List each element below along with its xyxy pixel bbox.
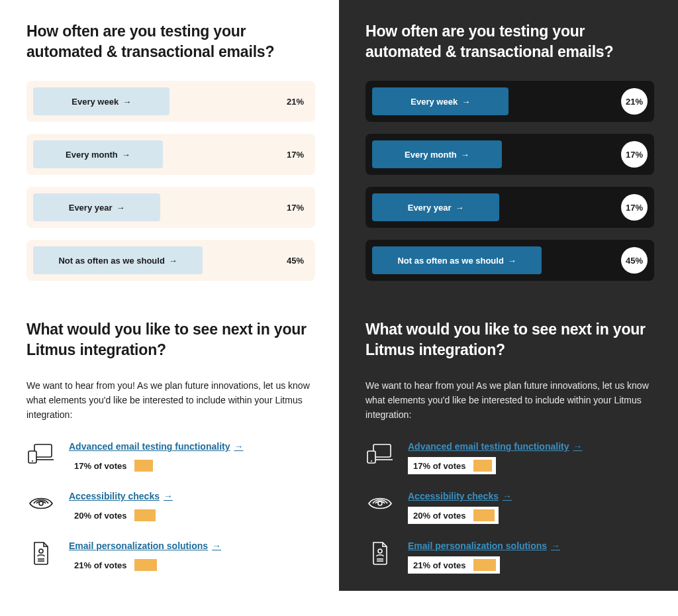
svg-rect-0 bbox=[34, 444, 52, 457]
poll1-bar-fill: Not as often as we should → bbox=[33, 246, 203, 274]
poll1-option-label: Not as often as we should bbox=[397, 256, 503, 266]
poll2-item-swatch bbox=[473, 460, 491, 472]
poll2-item: Advanced email testing functionality → 1… bbox=[26, 440, 315, 474]
poll1-option-label: Every year bbox=[408, 203, 452, 213]
poll1-pct-badge: 17% bbox=[621, 194, 648, 221]
poll1-bar-fill: Not as often as we should → bbox=[372, 246, 542, 274]
poll1-option[interactable]: Not as often as we should → 45% bbox=[26, 240, 315, 281]
poll2-item-label: Accessibility checks bbox=[69, 491, 160, 501]
arrow-right-icon: → bbox=[573, 441, 583, 452]
eye-icon bbox=[26, 490, 56, 517]
arrow-right-icon: → bbox=[461, 150, 469, 160]
devices-icon bbox=[26, 440, 56, 467]
poll1-option[interactable]: Not as often as we should → 45% bbox=[365, 240, 654, 281]
poll1-bar-fill: Every week → bbox=[33, 87, 170, 115]
poll2-item-stats: 21% of votes bbox=[69, 556, 161, 574]
poll2-item-label: Accessibility checks bbox=[408, 491, 499, 501]
poll2-item-stats-text: 21% of votes bbox=[74, 560, 126, 570]
poll2-intro: We want to hear from you! As we plan fut… bbox=[26, 379, 315, 422]
poll2-item-label: Email personalization solutions bbox=[408, 540, 547, 551]
poll1-option[interactable]: Every month → 17% bbox=[26, 134, 315, 175]
arrow-right-icon: → bbox=[117, 203, 125, 213]
poll2-title: What would you like to see next in your … bbox=[26, 319, 315, 360]
poll1-option[interactable]: Every year → 17% bbox=[365, 187, 654, 228]
arrow-right-icon: → bbox=[169, 256, 177, 266]
poll1-bar-fill: Every year → bbox=[372, 193, 499, 221]
poll2-item-link[interactable]: Advanced email testing functionality → bbox=[408, 441, 583, 452]
poll1-bar-track: Every month → bbox=[372, 140, 608, 168]
document-person-icon bbox=[26, 540, 56, 566]
svg-rect-8 bbox=[373, 444, 391, 457]
poll1-pct-badge: 17% bbox=[282, 141, 309, 168]
arrow-right-icon: → bbox=[122, 97, 131, 107]
poll1-bar-track: Every week → bbox=[372, 87, 608, 115]
arrow-right-icon: → bbox=[122, 150, 130, 160]
poll1-pct-badge: 17% bbox=[282, 194, 309, 221]
poll2-item-link[interactable]: Email personalization solutions → bbox=[408, 540, 560, 551]
poll2-title: What would you like to see next in your … bbox=[365, 319, 654, 360]
arrow-right-icon: → bbox=[508, 256, 516, 266]
poll1-bar-track: Not as often as we should → bbox=[372, 246, 608, 274]
poll2-item-swatch bbox=[473, 559, 496, 571]
poll2-item-swatch bbox=[134, 559, 157, 571]
poll2-item: Advanced email testing functionality → 1… bbox=[365, 440, 654, 474]
poll2-item: Email personalization solutions → 21% of… bbox=[26, 540, 315, 574]
poll1-option[interactable]: Every week → 21% bbox=[365, 81, 654, 122]
poll2-item-link[interactable]: Accessibility checks → bbox=[408, 491, 512, 501]
arrow-right-icon: → bbox=[503, 491, 512, 501]
poll2-item-stats-text: 17% of votes bbox=[74, 461, 126, 471]
poll2-item: Accessibility checks → 20% of votes bbox=[365, 490, 654, 524]
poll2-item-link[interactable]: Advanced email testing functionality → bbox=[69, 441, 244, 452]
poll1-rows: Every week → 21% Every month → 17% bbox=[26, 81, 315, 281]
poll2-item: Email personalization solutions → 21% of… bbox=[365, 540, 654, 574]
poll1-option-label: Every month bbox=[405, 150, 457, 160]
svg-point-4 bbox=[39, 501, 43, 505]
svg-point-3 bbox=[32, 460, 33, 462]
poll2-item-stats: 17% of votes bbox=[69, 457, 157, 474]
poll1-bar-fill: Every year → bbox=[33, 193, 160, 221]
poll1-dark-panel: How often are you testing your automated… bbox=[339, 0, 678, 298]
poll1-option[interactable]: Every year → 17% bbox=[26, 187, 315, 228]
poll2-intro: We want to hear from you! As we plan fut… bbox=[365, 379, 654, 422]
poll1-title: How often are you testing your automated… bbox=[365, 21, 654, 62]
poll2-item-stats-text: 20% of votes bbox=[413, 511, 465, 521]
arrow-right-icon: → bbox=[551, 540, 560, 551]
document-person-icon bbox=[365, 540, 395, 566]
poll1-bar-track: Every month → bbox=[33, 140, 269, 168]
poll1-pct-badge: 45% bbox=[621, 247, 648, 274]
poll2-item-stats: 20% of votes bbox=[408, 507, 499, 524]
poll1-option-label: Every month bbox=[66, 150, 118, 160]
poll1-bar-fill: Every week → bbox=[372, 87, 508, 115]
svg-point-5 bbox=[39, 549, 43, 553]
poll2-item-stats: 21% of votes bbox=[408, 556, 500, 574]
poll1-bar-fill: Every month → bbox=[33, 140, 163, 168]
poll2-item-stats-text: 17% of votes bbox=[413, 461, 465, 471]
poll2-item-stats-text: 21% of votes bbox=[413, 560, 465, 570]
poll1-pct-badge: 21% bbox=[621, 88, 648, 115]
poll1-title: How often are you testing your automated… bbox=[26, 21, 315, 62]
arrow-right-icon: → bbox=[234, 441, 244, 452]
poll2-list: Advanced email testing functionality → 1… bbox=[26, 440, 315, 574]
poll1-option-label: Every week bbox=[411, 97, 458, 107]
arrow-right-icon: → bbox=[461, 97, 470, 107]
devices-icon bbox=[365, 440, 395, 467]
poll2-item-label: Email personalization solutions bbox=[69, 540, 208, 551]
poll2-light-panel: What would you like to see next in your … bbox=[0, 298, 339, 591]
poll2-item-stats: 20% of votes bbox=[69, 507, 160, 524]
poll2-item-label: Advanced email testing functionality bbox=[69, 441, 230, 452]
poll1-bar-track: Not as often as we should → bbox=[33, 246, 269, 274]
poll2-list: Advanced email testing functionality → 1… bbox=[365, 440, 654, 574]
poll1-option[interactable]: Every month → 17% bbox=[365, 134, 654, 175]
poll1-bar-fill: Every month → bbox=[372, 140, 502, 168]
poll2-item-label: Advanced email testing functionality bbox=[408, 441, 569, 452]
poll2-item: Accessibility checks → 20% of votes bbox=[26, 490, 315, 524]
poll2-item-link[interactable]: Accessibility checks → bbox=[69, 491, 173, 501]
poll1-option[interactable]: Every week → 21% bbox=[26, 81, 315, 122]
poll2-item-stats: 17% of votes bbox=[408, 457, 496, 474]
poll2-item-link[interactable]: Email personalization solutions → bbox=[69, 540, 221, 551]
poll2-item-swatch bbox=[473, 509, 495, 521]
poll1-option-label: Every week bbox=[72, 97, 119, 107]
svg-point-12 bbox=[378, 501, 382, 505]
poll2-item-swatch bbox=[134, 460, 152, 472]
poll2-item-swatch bbox=[134, 509, 156, 521]
